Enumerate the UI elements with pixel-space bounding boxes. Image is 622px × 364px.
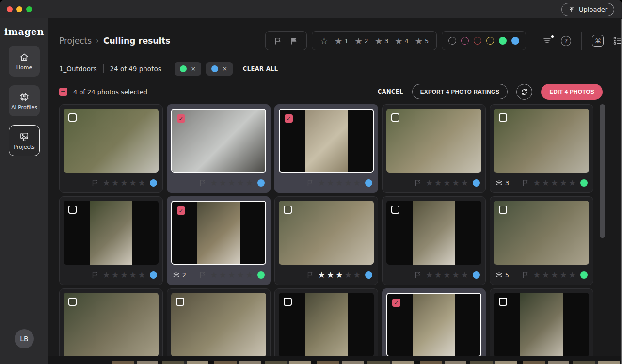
select-all-checkbox[interactable] — [59, 88, 67, 96]
star-rating-icon[interactable]: ★ — [551, 179, 558, 187]
star-rating-icon[interactable]: ★ — [327, 271, 334, 279]
photo-card[interactable]: ★★★★★ — [274, 288, 378, 364]
star-rating-icon[interactable]: ★ — [237, 179, 244, 187]
star-rating-icon[interactable]: ★ — [560, 179, 567, 187]
photo-card[interactable]: 5★★★★★ — [490, 196, 593, 285]
filter-chip-blue-filter[interactable]: × — [206, 62, 233, 76]
star-rating-icon[interactable]: ★ — [318, 179, 325, 187]
star-rating-icon[interactable]: ★ — [443, 179, 450, 187]
flag-outline-icon[interactable] — [522, 179, 529, 187]
star-rating-icon[interactable]: ★ — [228, 179, 235, 187]
clear-all-button[interactable]: CLEAR ALL — [243, 65, 278, 72]
star-filter-5[interactable]: ★5 — [415, 36, 429, 46]
star-rating-icon[interactable]: ★ — [129, 179, 137, 187]
flag-outline-icon[interactable] — [414, 179, 422, 187]
flag-outline-icon[interactable] — [274, 37, 282, 45]
flag-outline-icon[interactable] — [91, 271, 99, 279]
star-rating-icon[interactable]: ★ — [129, 271, 137, 279]
sync-button[interactable] — [516, 84, 532, 100]
star-rating-icon[interactable]: ★ — [103, 271, 110, 279]
photo-checkbox[interactable] — [391, 113, 399, 122]
flag-outline-icon[interactable] — [522, 271, 529, 279]
edit-photos-button[interactable]: EDIT 4 PHOTOS — [541, 84, 603, 100]
photo-checkbox[interactable] — [68, 113, 77, 122]
photo-card[interactable]: ★★★★★ — [382, 196, 486, 285]
star-rating-icon[interactable]: ★ — [318, 271, 325, 279]
sidebar-item-ai-profiles[interactable]: AI Profiles — [9, 85, 40, 116]
star-rating-icon[interactable]: ★ — [452, 271, 460, 279]
star-rating-icon[interactable]: ★ — [327, 179, 334, 187]
photo-card[interactable]: ★★★★★ — [490, 288, 593, 364]
photo-card[interactable]: 3★★★★★ — [490, 104, 593, 193]
star-filter-4[interactable]: ★4 — [395, 36, 408, 46]
star-rating-icon[interactable]: ★ — [569, 179, 576, 187]
zoom-window-button[interactable] — [26, 6, 32, 12]
stack-badge[interactable]: 2 — [173, 271, 186, 279]
user-avatar[interactable]: LB — [15, 329, 34, 348]
photo-card[interactable]: ★★★★★ — [59, 288, 163, 364]
remove-filter-icon[interactable]: × — [191, 65, 196, 72]
star-rating-icon[interactable]: ★ — [345, 179, 352, 187]
star-rating-icon[interactable]: ★ — [335, 271, 343, 279]
photo-checkbox[interactable]: ✓ — [177, 206, 185, 215]
star-rating-icon[interactable]: ★ — [138, 271, 145, 279]
star-rating-icon[interactable]: ★ — [219, 179, 226, 187]
uploader-button[interactable]: Uploader — [561, 3, 614, 16]
flag-outline-icon[interactable] — [414, 271, 422, 279]
color-filter-blue[interactable] — [511, 37, 519, 45]
star-rating-icon[interactable]: ★ — [533, 179, 541, 187]
star-rating-icon[interactable]: ★ — [120, 271, 128, 279]
photo-checkbox[interactable] — [284, 206, 292, 214]
command-key-icon[interactable]: ⌘ — [592, 35, 604, 47]
sidebar-item-projects[interactable]: Projects — [9, 125, 40, 156]
flag-outline-icon[interactable] — [306, 271, 314, 279]
star-rating-icon[interactable]: ★ — [434, 179, 442, 187]
color-filter-pink[interactable] — [461, 37, 469, 45]
star-filter-3[interactable]: ★3 — [375, 36, 388, 46]
photo-checkbox[interactable]: ✓ — [285, 114, 293, 123]
minimize-window-button[interactable] — [16, 6, 22, 12]
star-rating-icon[interactable]: ★ — [228, 271, 235, 279]
flag-outline-icon[interactable] — [306, 179, 314, 187]
photo-checkbox[interactable] — [176, 298, 184, 306]
flag-filled-icon[interactable] — [290, 37, 298, 45]
flag-outline-icon[interactable] — [199, 271, 207, 279]
star-rating-icon[interactable]: ★ — [237, 271, 244, 279]
star-rating-icon[interactable]: ★ — [246, 271, 253, 279]
color-filter-yellow[interactable] — [486, 37, 494, 45]
filter-chip-green-filter[interactable]: × — [175, 62, 201, 76]
photo-checkbox[interactable] — [68, 298, 77, 306]
star-zero-filter[interactable]: ☆ — [320, 35, 328, 46]
stack-badge[interactable]: 3 — [495, 179, 509, 187]
photo-card[interactable]: ✓★★★★★ — [274, 104, 378, 193]
star-rating-icon[interactable]: ★ — [452, 179, 460, 187]
star-rating-icon[interactable]: ★ — [210, 179, 218, 187]
filter-sort-icon[interactable] — [542, 36, 552, 45]
photo-card[interactable]: ★★★★★ — [59, 104, 163, 193]
star-rating-icon[interactable]: ★ — [426, 179, 433, 187]
star-rating-icon[interactable]: ★ — [246, 179, 253, 187]
stack-badge[interactable]: 5 — [495, 271, 509, 279]
photo-checkbox[interactable] — [499, 298, 507, 306]
star-rating-icon[interactable]: ★ — [120, 179, 128, 187]
filmstrip-thumbnails[interactable] — [112, 361, 622, 364]
star-rating-icon[interactable]: ★ — [426, 271, 433, 279]
photo-card[interactable]: ★★★★★ — [382, 104, 486, 193]
star-rating-icon[interactable]: ★ — [353, 179, 361, 187]
close-window-button[interactable] — [7, 6, 13, 12]
star-filter-1[interactable]: ★1 — [335, 36, 348, 46]
star-filter-2[interactable]: ★2 — [354, 36, 368, 46]
star-rating-icon[interactable]: ★ — [112, 271, 119, 279]
star-rating-icon[interactable]: ★ — [542, 271, 549, 279]
photo-checkbox[interactable]: ✓ — [392, 299, 400, 307]
star-rating-icon[interactable]: ★ — [335, 179, 343, 187]
star-rating-icon[interactable]: ★ — [551, 271, 558, 279]
flag-outline-icon[interactable] — [91, 179, 99, 187]
star-rating-icon[interactable]: ★ — [542, 179, 549, 187]
photo-checkbox[interactable] — [68, 206, 77, 214]
color-filter-red[interactable] — [474, 37, 481, 45]
photo-card[interactable]: ✓2★★★★★ — [167, 196, 271, 285]
star-rating-icon[interactable]: ★ — [569, 271, 576, 279]
star-rating-icon[interactable]: ★ — [533, 271, 541, 279]
photo-card[interactable]: ★★★★★ — [167, 288, 271, 364]
